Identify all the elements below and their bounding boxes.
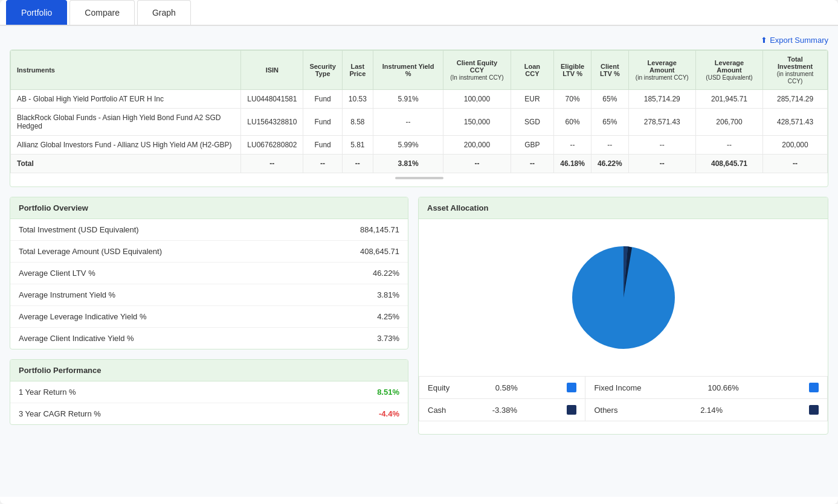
td-total-1: 428,571.43	[763, 109, 828, 136]
td-client-ltv-0: 65%	[591, 90, 628, 109]
th-isin: ISIN	[241, 51, 303, 90]
td-total-price: --	[342, 155, 373, 173]
tab-portfolio[interactable]: Portfolio	[6, 0, 67, 25]
legend-value-cash: -3.38%	[492, 406, 517, 415]
portfolio-performance-card: Portfolio Performance 1 Year Return % 8.…	[10, 359, 408, 425]
td-isin-2: LU0676280802	[241, 136, 303, 155]
td-total-type: --	[303, 155, 342, 173]
legend-row-equity-fixed: Equity 0.58% Fixed Income 100.66%	[419, 377, 828, 399]
overview-label-0: Total Investment (USD Equivalent)	[19, 225, 139, 234]
legend-cell-cash: Cash -3.38%	[419, 399, 585, 421]
td-total-investment: --	[763, 155, 828, 173]
instruments-table: Instruments ISIN SecurityType LastPrice …	[10, 50, 828, 173]
left-panel: Portfolio Overview Total Investment (USD…	[10, 197, 408, 435]
td-price-2: 5.81	[342, 136, 373, 155]
legend-label-fixed: Fixed Income	[594, 383, 641, 392]
legend-value-others: 2.14%	[700, 406, 723, 415]
th-last-price: LastPrice	[342, 51, 373, 90]
legend-cell-fixed: Fixed Income 100.66%	[585, 377, 828, 399]
export-summary-button[interactable]: ⬆ Export Summary	[761, 36, 828, 45]
perf-label-1: 3 Year CAGR Return %	[19, 409, 101, 418]
overview-row-3: Average Instrument Yield % 3.81%	[10, 284, 408, 306]
legend-cell-equity: Equity 0.58%	[419, 377, 585, 399]
asset-allocation-card: Asset Allocation	[418, 197, 828, 435]
th-leverage-usd: Leverage Amount(USD Equivalent)	[695, 51, 762, 90]
td-instrument-1: BlackRock Global Funds - Asian High Yiel…	[11, 109, 241, 136]
portfolio-performance-header: Portfolio Performance	[10, 360, 408, 381]
td-equity-1: 150,000	[443, 109, 511, 136]
legend-label-cash: Cash	[428, 406, 446, 415]
td-yield-0: 5.91%	[373, 90, 443, 109]
perf-row-1: 3 Year CAGR Return % -4.4%	[10, 403, 408, 424]
overview-value-2: 46.22%	[373, 269, 399, 278]
overview-row-2: Average Client LTV % 46.22%	[10, 263, 408, 284]
main-content: ⬆ Export Summary Instruments ISIN Securi…	[0, 26, 838, 497]
asset-allocation-header: Asset Allocation	[419, 197, 828, 219]
td-type-2: Fund	[303, 136, 342, 155]
bottom-panels: Portfolio Overview Total Investment (USD…	[10, 197, 828, 435]
tab-graph[interactable]: Graph	[137, 0, 191, 25]
table-row: Allianz Global Investors Fund - Allianz …	[11, 136, 828, 155]
td-loan-2: GBP	[511, 136, 554, 155]
td-yield-1: --	[373, 109, 443, 136]
td-total-equity: --	[443, 155, 511, 173]
tab-compare[interactable]: Compare	[69, 0, 135, 25]
perf-row-0: 1 Year Return % 8.51%	[10, 381, 408, 403]
legend-dot-cash	[567, 405, 576, 415]
th-leverage-instrument: Leverage Amount(in instrument CCY)	[628, 51, 695, 90]
instruments-table-container: Instruments ISIN SecurityType LastPrice …	[10, 49, 828, 187]
export-row: ⬆ Export Summary	[10, 36, 828, 45]
th-eligible-ltv: EligibleLTV %	[554, 51, 591, 90]
td-lev-usd-0: 201,945.71	[695, 90, 762, 109]
td-total-eligible: 46.18%	[554, 155, 591, 173]
overview-value-5: 3.73%	[377, 334, 399, 343]
td-total-2: 200,000	[763, 136, 828, 155]
asset-allocation-panel: Asset Allocation	[418, 197, 828, 435]
overview-value-4: 4.25%	[377, 312, 399, 321]
th-loan-ccy: Loan CCY	[511, 51, 554, 90]
perf-value-0: 8.51%	[377, 388, 399, 397]
td-eligible-1: 60%	[554, 109, 591, 136]
legend-dot-others	[809, 405, 819, 415]
app-container: Portfolio Compare Graph ⬆ Export Summary…	[0, 0, 838, 504]
overview-label-5: Average Client Indicative Yield %	[19, 334, 134, 343]
th-instruments: Instruments	[11, 51, 241, 90]
table-header-row: Instruments ISIN SecurityType LastPrice …	[11, 51, 828, 90]
legend-label-equity: Equity	[428, 383, 450, 392]
td-client-ltv-1: 65%	[591, 109, 628, 136]
td-lev-inst-2: --	[628, 136, 695, 155]
td-type-0: Fund	[303, 90, 342, 109]
td-isin-0: LU0448041581	[241, 90, 303, 109]
overview-row-4: Average Leverage Indicative Yield % 4.25…	[10, 306, 408, 328]
td-yield-2: 5.99%	[373, 136, 443, 155]
overview-label-3: Average Instrument Yield %	[19, 290, 115, 299]
overview-label-2: Average Client LTV %	[19, 269, 95, 278]
overview-label-1: Total Leverage Amount (USD Equivalent)	[19, 247, 162, 256]
td-loan-1: SGD	[511, 109, 554, 136]
pie-chart-area	[419, 219, 828, 376]
td-lev-inst-0: 185,714.29	[628, 90, 695, 109]
legend-dot-fixed	[809, 383, 819, 392]
td-total-client-ltv: 46.22%	[591, 155, 628, 173]
th-security-type: SecurityType	[303, 51, 342, 90]
legend-table: Equity 0.58% Fixed Income 100.66%	[419, 376, 828, 421]
td-price-0: 10.53	[342, 90, 373, 109]
portfolio-overview-header: Portfolio Overview	[10, 197, 408, 219]
td-eligible-0: 70%	[554, 90, 591, 109]
td-instrument-2: Allianz Global Investors Fund - Allianz …	[11, 136, 241, 155]
td-lev-inst-1: 278,571.43	[628, 109, 695, 136]
td-total-lev-inst: --	[628, 155, 695, 173]
td-lev-usd-1: 206,700	[695, 109, 762, 136]
scroll-indicator	[395, 177, 443, 179]
table-row: AB - Global High Yield Portfolio AT EUR …	[11, 90, 828, 109]
tab-bar: Portfolio Compare Graph	[0, 0, 838, 26]
td-total-label: Total	[11, 155, 241, 173]
overview-value-1: 408,645.71	[360, 247, 399, 256]
export-icon: ⬆	[761, 36, 767, 45]
overview-row-1: Total Leverage Amount (USD Equivalent) 4…	[10, 241, 408, 263]
td-client-ltv-2: --	[591, 136, 628, 155]
table-row: BlackRock Global Funds - Asian High Yiel…	[11, 109, 828, 136]
overview-value-3: 3.81%	[377, 290, 399, 299]
td-equity-0: 100,000	[443, 90, 511, 109]
overview-label-4: Average Leverage Indicative Yield %	[19, 312, 147, 321]
